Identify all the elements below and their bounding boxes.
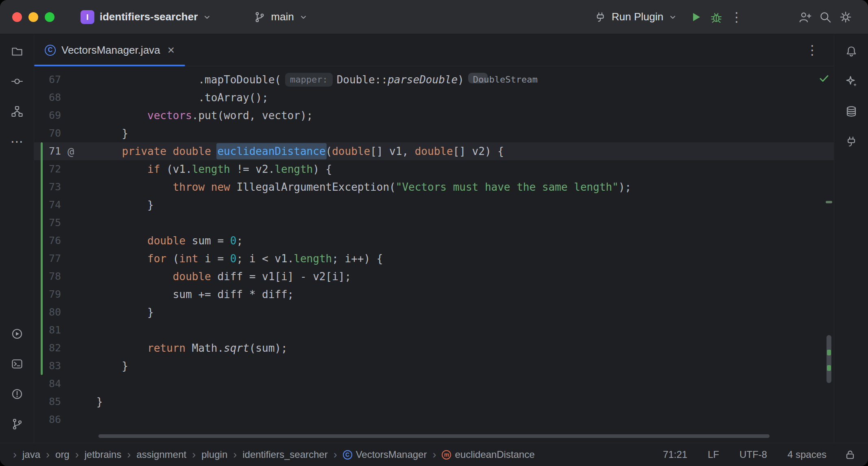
- line-number[interactable]: 77: [34, 250, 61, 268]
- code-editor[interactable]: 67 .mapToDouble(mapper:Double::parseDoub…: [34, 66, 834, 443]
- code-line[interactable]: 76 double sum = 0;: [34, 232, 834, 250]
- zoom-window-button[interactable]: [45, 12, 55, 22]
- line-number[interactable]: 70: [34, 124, 61, 142]
- terminal-tool-button[interactable]: [8, 355, 26, 373]
- line-number[interactable]: 75: [34, 214, 61, 232]
- more-tool-windows-button[interactable]: ⋯: [8, 133, 26, 150]
- breadcrumb-label: euclideanDistance: [455, 449, 534, 460]
- problems-tool-button[interactable]: [8, 385, 26, 403]
- project-tool-button[interactable]: [8, 42, 26, 60]
- indent-widget[interactable]: 4 spaces: [785, 447, 829, 462]
- run-button[interactable]: [686, 7, 706, 27]
- token: [96, 342, 147, 354]
- inspections-status-icon[interactable]: [818, 73, 830, 84]
- version-control-tool-button[interactable]: [8, 415, 26, 433]
- code-line[interactable]: 79 sum += diff * diff;: [34, 285, 834, 303]
- token: Double::: [337, 74, 388, 86]
- line-number[interactable]: 78: [34, 268, 61, 285]
- breadcrumb-item[interactable]: plugin: [198, 448, 231, 461]
- line-number[interactable]: 83: [34, 357, 61, 375]
- code-line[interactable]: 86: [34, 411, 834, 429]
- breadcrumb-item[interactable]: identifiers_searcher: [239, 448, 331, 461]
- annotation-gutter-icon[interactable]: @: [61, 145, 96, 158]
- line-number[interactable]: 73: [34, 178, 61, 196]
- token: sqrt: [224, 342, 249, 354]
- plugin-devkit-button[interactable]: [842, 133, 860, 150]
- encoding-widget[interactable]: UTF-8: [737, 447, 770, 462]
- project-widget[interactable]: I identifiers-searcher: [76, 7, 216, 27]
- line-number[interactable]: 74: [34, 196, 61, 214]
- line-number[interactable]: 79: [34, 285, 61, 303]
- more-actions-button[interactable]: ⋮: [726, 7, 747, 27]
- code-line[interactable]: 70 }: [34, 124, 834, 142]
- code-line[interactable]: 82 return Math.sqrt(sum);: [34, 339, 834, 357]
- database-button[interactable]: [842, 102, 860, 120]
- code-line[interactable]: 69 vectors.put(word, vector);: [34, 107, 834, 124]
- line-number[interactable]: 71: [34, 142, 61, 160]
- code-line[interactable]: 75: [34, 214, 834, 232]
- close-window-button[interactable]: [12, 12, 22, 22]
- line-number[interactable]: 72: [34, 160, 61, 178]
- line-number[interactable]: 69: [34, 107, 61, 124]
- editor-tab[interactable]: C VectorsManager.java ×: [34, 34, 185, 66]
- notifications-button[interactable]: [842, 42, 860, 60]
- code-line[interactable]: 81: [34, 321, 834, 339]
- line-number[interactable]: 82: [34, 339, 61, 357]
- horizontal-scrollbar-thumb[interactable]: [98, 434, 770, 438]
- file-lock-button[interactable]: [844, 449, 856, 460]
- code-line[interactable]: 78 double diff = v1[i] - v2[i];: [34, 268, 834, 285]
- breadcrumb-item[interactable]: assignment: [133, 448, 190, 461]
- token: double: [173, 145, 211, 157]
- tab-options-button[interactable]: ⋮: [802, 40, 822, 60]
- branch-widget[interactable]: main: [249, 7, 312, 26]
- line-number[interactable]: 85: [34, 393, 61, 411]
- token: }: [96, 199, 154, 211]
- line-separator-widget[interactable]: LF: [705, 447, 722, 462]
- breadcrumb-item[interactable]: jetbrains: [81, 448, 125, 461]
- debug-button[interactable]: [706, 7, 726, 27]
- breadcrumb-item[interactable]: java: [19, 448, 44, 461]
- run-configuration-widget[interactable]: Run Plugin: [589, 7, 682, 26]
- inlay-hint[interactable]: DoubleStream: [468, 73, 488, 83]
- line-number[interactable]: 68: [34, 89, 61, 107]
- token: );: [619, 181, 631, 193]
- breadcrumb-item[interactable]: org: [52, 448, 73, 461]
- code-with-me-button[interactable]: [795, 7, 815, 27]
- code-line[interactable]: 85}: [34, 393, 834, 411]
- commit-tool-button[interactable]: [8, 72, 26, 90]
- code-line[interactable]: 74 }: [34, 196, 834, 214]
- code-line[interactable]: 83 }: [34, 357, 834, 375]
- structure-tool-button[interactable]: [8, 102, 26, 120]
- breadcrumb-item[interactable]: meuclideanDistance: [438, 448, 538, 461]
- settings-button[interactable]: [835, 7, 856, 27]
- line-number[interactable]: 84: [34, 375, 61, 393]
- breadcrumb-item[interactable]: CVectorsManager: [340, 448, 430, 461]
- code-line[interactable]: 77 for (int i = 0; i < v1.length; i++) {: [34, 250, 834, 268]
- line-number[interactable]: 81: [34, 321, 61, 339]
- caret-position-widget[interactable]: 71:21: [661, 447, 690, 462]
- vcs-change-bar[interactable]: [41, 142, 43, 375]
- code-line[interactable]: 84: [34, 375, 834, 393]
- inlay-hint[interactable]: mapper:: [285, 73, 333, 87]
- code-line[interactable]: 68 .toArray();: [34, 89, 834, 107]
- play-icon: [689, 11, 702, 24]
- line-number[interactable]: 86: [34, 411, 61, 429]
- code-line[interactable]: 67 .mapToDouble(mapper:Double::parseDoub…: [34, 71, 834, 89]
- code-line[interactable]: 73 throw new IllegalArgumentException("V…: [34, 178, 834, 196]
- vertical-scrollbar-thumb[interactable]: [827, 335, 831, 383]
- line-number[interactable]: 76: [34, 232, 61, 250]
- code-line[interactable]: 80 }: [34, 303, 834, 321]
- line-number[interactable]: 80: [34, 303, 61, 321]
- ai-assistant-button[interactable]: [842, 72, 860, 90]
- run-tool-window-button[interactable]: [8, 325, 26, 343]
- breadcrumb-label: java: [22, 449, 40, 460]
- line-number[interactable]: 67: [34, 71, 61, 89]
- code-line[interactable]: 72 if (v1.length != v2.length) {: [34, 160, 834, 178]
- token: int: [179, 253, 198, 265]
- minimize-window-button[interactable]: [28, 12, 38, 22]
- token: diff = v1[i] - v2[i];: [211, 270, 351, 283]
- code-line[interactable]: 71@ private double euclideanDistance(dou…: [34, 142, 834, 160]
- search-everywhere-button[interactable]: [815, 7, 835, 27]
- close-tab-button[interactable]: ×: [168, 44, 175, 56]
- code-text: }: [96, 357, 128, 375]
